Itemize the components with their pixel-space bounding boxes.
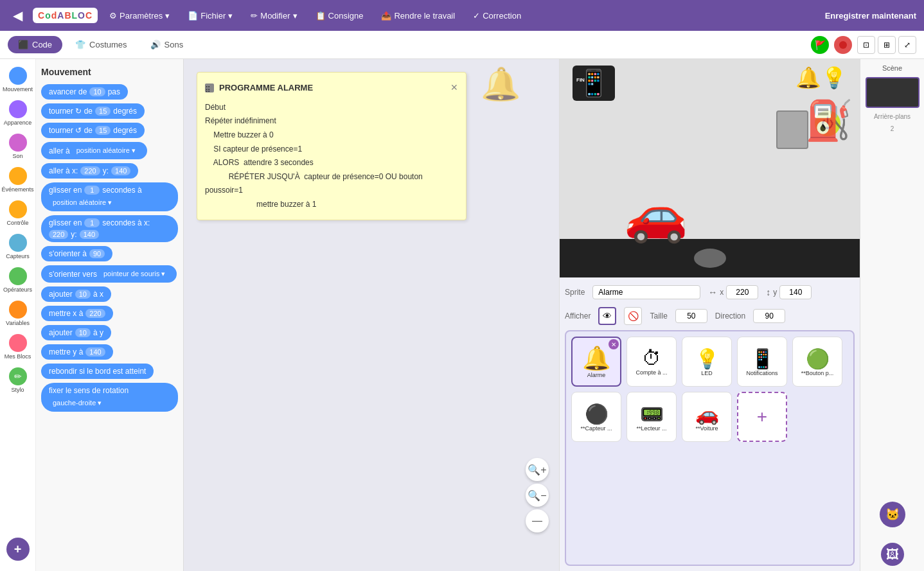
nav-rendre[interactable]: 📤 Rendre le travail <box>375 8 461 23</box>
add-scene-button[interactable]: 🖼 <box>881 543 904 566</box>
block-avancer[interactable]: avancer de 10 pas <box>41 84 128 100</box>
programme-content: Début Répéter indéfiniment Mettre buzzer… <box>205 101 458 212</box>
tab-code[interactable]: ⬛ Code <box>8 36 62 53</box>
nav-correction[interactable]: ✓ Correction <box>466 8 528 23</box>
scene-thumbnail[interactable] <box>866 77 920 108</box>
zoom-out-button[interactable]: 🔍− <box>526 484 549 507</box>
blocks-panel: Mouvement avancer de 10 pas tourner ↻ de… <box>36 59 184 571</box>
cat-mes-blocs[interactable]: Mes Blocs <box>1 331 35 362</box>
fin-label: FIN <box>576 77 585 83</box>
block-ajouter-y[interactable]: ajouter 10 à y <box>41 325 111 340</box>
sprite-card-voiture[interactable]: 🚗 **Voiture <box>682 392 732 442</box>
drag-handle[interactable]: ⠿ <box>205 83 214 92</box>
block-orienter-vers[interactable]: s'orienter vers pointeur de souris ▾ <box>41 265 177 283</box>
zoom-in-button[interactable]: 🔍+ <box>526 458 549 481</box>
nav-modifier[interactable]: ✏ Modifier ▾ <box>244 8 303 23</box>
logo: CodABLOC <box>33 8 98 23</box>
block-mettre-x[interactable]: mettre x à 220 <box>41 306 113 321</box>
sprite-card-led[interactable]: 💡 LED <box>682 337 732 387</box>
tab-costumes[interactable]: 👕 Costumes <box>65 36 138 53</box>
block-orienter[interactable]: s'orienter à 90 <box>41 246 112 261</box>
sprite-card-label: Compte à ... <box>634 369 668 376</box>
cat-controle[interactable]: Contrôle <box>1 198 35 229</box>
road-marking <box>694 249 726 268</box>
tab-sons[interactable]: 🔊 Sons <box>140 36 194 53</box>
sprite-card-label: **Capteur ... <box>579 425 613 432</box>
add-extension-button[interactable]: + <box>6 538 30 561</box>
block-mettre-y[interactable]: mettre y à 140 <box>41 344 113 360</box>
blocks-title: Mouvement <box>41 64 178 82</box>
y-axis-icon: ↕ <box>766 287 770 297</box>
bell-decoration: 🔔 <box>481 66 520 103</box>
sound-tab-icon: 🔊 <box>150 40 161 49</box>
block-glisser-xy[interactable]: glisser en 1 secondes à x: 220 y: 140 <box>41 215 178 242</box>
sprite-info-row2: Afficher 👁 🚫 Taille Direction <box>565 307 855 325</box>
cat-evenements[interactable]: Événements <box>1 164 35 195</box>
scene-panel: Scène Arrière-plans 2 🐱 🖼 <box>860 59 924 571</box>
x-label: x <box>720 288 724 297</box>
block-ajouter-x[interactable]: ajouter 10 à x <box>41 286 111 302</box>
stage-bottom: Sprite ↔ x ↕ y Afficher 👁 🚫 Taille <box>560 277 860 571</box>
back-button[interactable]: ◀ <box>8 5 28 26</box>
taille-label: Taille <box>650 312 667 321</box>
sprite-car-icon: 🚗 <box>695 403 719 425</box>
normal-stage-button[interactable]: ⊞ <box>878 36 896 54</box>
x-axis-icon: ↔ <box>708 287 717 297</box>
card-reader <box>776 110 808 149</box>
cat-son[interactable]: Son <box>1 131 35 162</box>
cat-operateurs[interactable]: Opérateurs <box>1 265 35 295</box>
fullscreen-button[interactable]: ⤢ <box>898 36 916 54</box>
sprite-card-notifications[interactable]: 📱 Notifications <box>737 337 787 387</box>
cat-avatar-button[interactable]: 🐱 <box>880 502 905 527</box>
cat-capteurs[interactable]: Capteurs <box>1 231 35 262</box>
y-label: y <box>773 288 777 297</box>
nav-parametres[interactable]: ⚙ Paramètres ▾ <box>103 8 176 23</box>
sprite-reader-icon: 📟 <box>640 403 664 425</box>
sprite-card-alarme[interactable]: ✕ 🔔 Alarme <box>571 337 621 387</box>
sprite-card-compte[interactable]: ⏱ Compte à ... <box>626 337 677 387</box>
sprite-button-icon: 🟢 <box>806 347 830 370</box>
programme-close-button[interactable]: ✕ <box>450 80 458 96</box>
zoom-reset-button[interactable]: — <box>526 509 549 532</box>
cat-variables[interactable]: Variables <box>1 298 35 329</box>
sprite-card-label: **Bouton p... <box>800 370 835 376</box>
cat-stylo[interactable]: ✏ Stylo <box>1 365 35 396</box>
block-aller-xy[interactable]: aller à x: 220 y: 140 <box>41 163 138 179</box>
sprite-card-capteur[interactable]: ⚫ **Capteur ... <box>571 392 621 442</box>
stop-button[interactable] <box>834 36 852 54</box>
block-tourner-cw[interactable]: tourner ↻ de 15 degrés <box>41 103 145 119</box>
file-icon: 📄 <box>188 11 198 21</box>
size-input[interactable] <box>675 309 707 323</box>
charging-station: ⛽ <box>805 98 853 143</box>
shrink-stage-button[interactable]: ⊡ <box>857 36 875 54</box>
direction-input[interactable] <box>753 309 785 323</box>
add-sprite-button[interactable]: + <box>737 392 787 442</box>
upload-icon: 📤 <box>381 11 391 21</box>
nav-fichier[interactable]: 📄 Fichier ▾ <box>181 8 239 23</box>
show-button[interactable]: 👁 <box>598 307 616 325</box>
sprite-card-lecteur[interactable]: 📟 **Lecteur ... <box>626 392 677 442</box>
sprite-info-row: Sprite ↔ x ↕ y <box>565 283 855 302</box>
check-icon: ✓ <box>473 11 480 21</box>
cat-apparence[interactable]: Apparence <box>1 98 35 128</box>
stage-container: 🚗 💡 🔔 ⏻ 📱 ⛽ FIN Sprite ↔ x <box>559 59 860 571</box>
block-rebondir[interactable]: rebondir si le bord est atteint <box>41 364 154 379</box>
save-button[interactable]: Enregistrer maintenant <box>825 11 916 21</box>
delete-sprite-button[interactable]: ✕ <box>609 339 619 349</box>
x-coord-input[interactable] <box>726 285 758 299</box>
phone-sprite: 📱 <box>573 66 615 101</box>
hide-button[interactable]: 🚫 <box>624 307 642 325</box>
block-aller-a[interactable]: aller à position aléatoire ▾ <box>41 142 147 159</box>
sprite-card-bouton[interactable]: 🟢 **Bouton p... <box>792 337 842 387</box>
stage-controls: 🚩 ⊡ ⊞ ⤢ <box>811 36 916 54</box>
scene-arriere-plans: Arrière-plans <box>866 113 919 120</box>
block-fixer-sens[interactable]: fixer le sens de rotation gauche-droite … <box>41 383 178 412</box>
y-coord-input[interactable] <box>779 285 812 299</box>
block-glisser-pos[interactable]: glisser en 1 secondes à position aléatoi… <box>41 182 178 211</box>
cat-mouvement[interactable]: Mouvement <box>1 64 35 95</box>
green-flag-button[interactable]: 🚩 <box>811 36 829 54</box>
sprite-card-label: Notifications <box>745 370 779 376</box>
sprite-name-input[interactable] <box>592 285 700 299</box>
nav-consigne[interactable]: 📋 Consigne <box>309 8 370 23</box>
block-tourner-ccw[interactable]: tourner ↺ de 15 degrés <box>41 123 145 138</box>
